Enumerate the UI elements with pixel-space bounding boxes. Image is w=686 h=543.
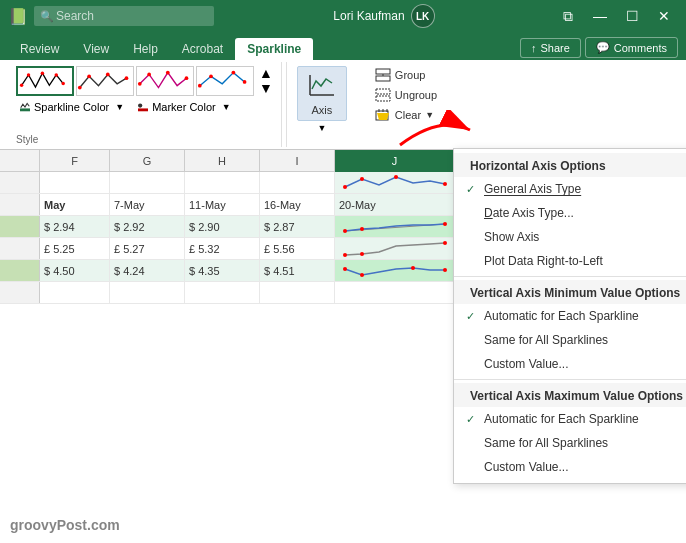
- style-swatch-3[interactable]: [136, 66, 194, 96]
- auto-each-sparkline-max-item[interactable]: Automatic for Each Sparkline: [454, 407, 686, 431]
- cell-i5[interactable]: $ 4.51: [260, 260, 335, 281]
- style-swatch-4[interactable]: [196, 66, 254, 96]
- group-button[interactable]: Group: [369, 66, 443, 84]
- minimize-button[interactable]: —: [586, 4, 614, 28]
- cell-empty[interactable]: [40, 282, 110, 303]
- axis-button[interactable]: Axis: [297, 66, 347, 121]
- cell-f3[interactable]: $ 2.94: [40, 216, 110, 237]
- svg-point-1: [27, 73, 30, 76]
- cell-i4[interactable]: £ 5.56: [260, 238, 335, 259]
- maximize-button[interactable]: ☐: [618, 4, 646, 28]
- svg-point-37: [343, 253, 347, 257]
- col-header-h[interactable]: H: [185, 150, 260, 172]
- svg-point-11: [166, 71, 170, 75]
- comments-button[interactable]: 💬Comments: [585, 37, 678, 58]
- cell-j5[interactable]: [335, 260, 455, 281]
- date-axis-type-item[interactable]: Date Axis Type... Date Axis Type...: [454, 201, 686, 225]
- marker-color-button[interactable]: Marker Color ▼: [134, 100, 235, 114]
- same-all-sparklines-min-item[interactable]: Same for All Sparklines: [454, 328, 686, 352]
- tab-sparkline[interactable]: Sparkline: [235, 38, 313, 60]
- cell-g4[interactable]: £ 5.27: [110, 238, 185, 259]
- style-section: ▲ ▼ Sparkline Color ▼ Marker Color ▼ Sty…: [8, 62, 282, 147]
- svg-point-6: [87, 74, 91, 78]
- cell-h3[interactable]: $ 2.90: [185, 216, 260, 237]
- axis-label: Axis: [311, 104, 332, 116]
- svg-point-4: [61, 82, 64, 85]
- cell-g5[interactable]: $ 4.24: [110, 260, 185, 281]
- svg-rect-18: [138, 108, 148, 111]
- cell-empty[interactable]: [260, 282, 335, 303]
- general-axis-type-item[interactable]: General Axis Type: [454, 177, 686, 201]
- tab-help[interactable]: Help: [121, 38, 170, 60]
- svg-point-41: [360, 273, 364, 277]
- cell-empty[interactable]: [335, 282, 455, 303]
- svg-point-3: [55, 73, 58, 76]
- cell-g2[interactable]: 7-May: [110, 194, 185, 215]
- cell-f5[interactable]: $ 4.50: [40, 260, 110, 281]
- h-axis-title: Horizontal Axis Options: [454, 153, 686, 177]
- col-header-i[interactable]: I: [260, 150, 335, 172]
- svg-point-13: [198, 84, 202, 88]
- cell-j3[interactable]: [335, 216, 455, 237]
- plot-data-rtl-item[interactable]: Plot Data Right-to-Left: [454, 249, 686, 273]
- cell-h2[interactable]: 11-May: [185, 194, 260, 215]
- svg-point-15: [232, 71, 236, 75]
- svg-point-35: [360, 227, 364, 231]
- ribbon: ▲ ▼ Sparkline Color ▼ Marker Color ▼ Sty…: [0, 60, 686, 150]
- auto-each-sparkline-min-item[interactable]: Automatic for Each Sparkline: [454, 304, 686, 328]
- col-header-f[interactable]: F: [40, 150, 110, 172]
- cell-empty[interactable]: [185, 282, 260, 303]
- excel-icon: 📗: [8, 7, 28, 26]
- cell-j2[interactable]: 20-May: [335, 194, 455, 215]
- avatar[interactable]: LK: [411, 4, 435, 28]
- style-swatch-2[interactable]: [76, 66, 134, 96]
- custom-value-max-item[interactable]: Custom Value...: [454, 455, 686, 479]
- svg-rect-26: [376, 96, 390, 101]
- cell-g3[interactable]: $ 2.92: [110, 216, 185, 237]
- cell-empty[interactable]: [110, 282, 185, 303]
- scroll-down[interactable]: ▼: [259, 81, 273, 95]
- col-header-j[interactable]: J: [335, 150, 455, 172]
- tab-review[interactable]: Review: [8, 38, 71, 60]
- restore-button[interactable]: ⧉: [554, 4, 582, 28]
- close-button[interactable]: ✕: [650, 4, 678, 28]
- cell-j4[interactable]: [335, 238, 455, 259]
- ungroup-button[interactable]: Ungroup: [369, 86, 443, 104]
- cell-i2[interactable]: 16-May: [260, 194, 335, 215]
- svg-point-5: [78, 86, 82, 90]
- menu-divider-2: [454, 379, 686, 380]
- cell-j1[interactable]: [335, 172, 455, 193]
- cell-i1[interactable]: [260, 172, 335, 193]
- cell-f1[interactable]: [40, 172, 110, 193]
- search-input[interactable]: [34, 6, 214, 26]
- svg-point-43: [443, 268, 447, 272]
- axis-expand-icon[interactable]: ▼: [317, 123, 326, 133]
- custom-value-min-item[interactable]: Custom Value...: [454, 352, 686, 376]
- cell-i3[interactable]: $ 2.87: [260, 216, 335, 237]
- svg-point-39: [443, 241, 447, 245]
- svg-point-36: [443, 222, 447, 226]
- share-button[interactable]: ↑Share: [520, 38, 581, 58]
- cell-h5[interactable]: $ 4.35: [185, 260, 260, 281]
- search-icon: 🔍: [40, 10, 54, 23]
- svg-point-10: [147, 73, 151, 77]
- title-bar-left: 📗 🔍: [8, 6, 214, 26]
- cell-g1[interactable]: [110, 172, 185, 193]
- cell-h1[interactable]: [185, 172, 260, 193]
- cell-h4[interactable]: £ 5.32: [185, 238, 260, 259]
- scroll-up[interactable]: ▲: [259, 66, 273, 80]
- cell-f2[interactable]: May: [40, 194, 110, 215]
- show-axis-item[interactable]: Show Axis: [454, 225, 686, 249]
- tab-view[interactable]: View: [71, 38, 121, 60]
- sparkline-color-button[interactable]: Sparkline Color ▼: [16, 100, 128, 114]
- svg-point-29: [343, 185, 347, 189]
- style-swatch-1[interactable]: [16, 66, 74, 96]
- marker-color-dropdown-icon: ▼: [222, 102, 231, 112]
- same-all-sparklines-max-item[interactable]: Same for All Sparklines: [454, 431, 686, 455]
- svg-rect-25: [376, 89, 390, 94]
- red-arrow: [390, 110, 480, 153]
- col-header-g[interactable]: G: [110, 150, 185, 172]
- title-bar: 📗 🔍 Lori Kaufman LK ⧉ — ☐ ✕: [0, 0, 686, 32]
- cell-f4[interactable]: £ 5.25: [40, 238, 110, 259]
- tab-acrobat[interactable]: Acrobat: [170, 38, 235, 60]
